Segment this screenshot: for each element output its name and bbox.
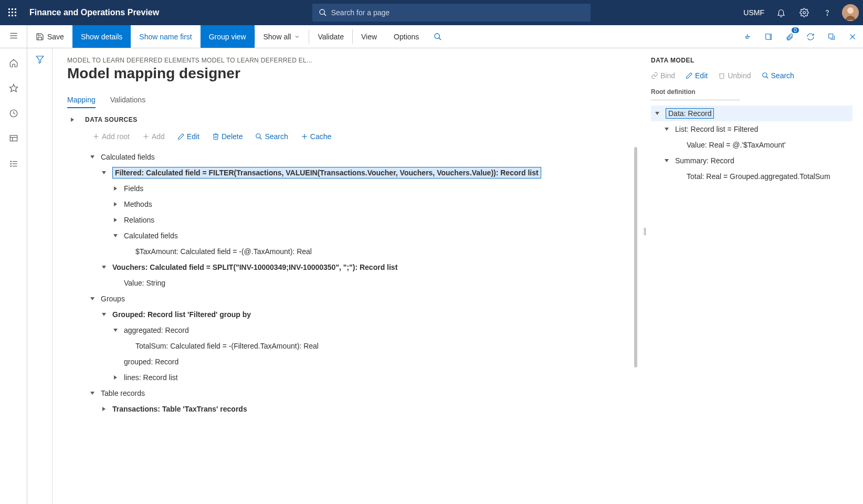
svg-point-11 — [803, 12, 806, 14]
refresh-icon[interactable] — [800, 25, 821, 48]
svg-point-12 — [827, 15, 827, 15]
tree-node-calc-fields-inner[interactable]: Calculated fields — [111, 228, 626, 244]
tab-validations[interactable]: Validations — [110, 92, 145, 108]
company-label[interactable]: USMF — [743, 8, 764, 17]
dm-search-button[interactable]: Search — [762, 71, 794, 80]
expand-icon[interactable] — [737, 25, 758, 48]
view-button[interactable]: View — [353, 25, 385, 48]
ds-search-button[interactable]: Search — [255, 132, 288, 141]
tree-node-aggregated[interactable]: aggregated: Record — [111, 322, 626, 338]
options-button[interactable]: Options — [385, 25, 427, 48]
filter-icon[interactable] — [35, 55, 45, 504]
add-button[interactable]: Add — [142, 132, 165, 141]
tree-node-vouchers[interactable]: Vouchers: Calculated field = SPLIT("INV-… — [100, 259, 626, 275]
help-icon[interactable] — [817, 2, 838, 23]
svg-line-58 — [766, 77, 768, 79]
dm-node-total[interactable]: Total: Real = Grouped.aggregated.TotalSu… — [674, 169, 853, 184]
cache-button[interactable]: Cache — [301, 132, 331, 141]
search-input[interactable]: Search for a page — [312, 4, 591, 22]
tab-mapping[interactable]: Mapping — [67, 92, 96, 108]
svg-marker-51 — [90, 297, 94, 300]
home-icon[interactable] — [3, 52, 24, 74]
tree-node-fields[interactable]: Fields — [111, 181, 626, 196]
scrollbar[interactable] — [634, 147, 637, 368]
workspace-icon[interactable] — [3, 128, 24, 149]
validate-button[interactable]: Validate — [309, 25, 352, 48]
add-root-button[interactable]: Add root — [92, 132, 130, 141]
svg-point-28 — [10, 161, 12, 162]
tree-node-table-records[interactable]: Table records — [88, 385, 626, 401]
svg-marker-54 — [114, 375, 117, 380]
gear-icon[interactable] — [794, 2, 815, 23]
bell-icon[interactable] — [771, 2, 792, 23]
breadcrumb: MODEL TO LEARN DEFERRED ELEMENTS MODEL T… — [67, 57, 640, 64]
delete-button[interactable]: Delete — [212, 132, 243, 141]
show-details-button[interactable]: Show details — [72, 25, 131, 48]
show-all-dropdown[interactable]: Show all — [255, 25, 309, 48]
svg-marker-47 — [114, 202, 117, 206]
svg-rect-5 — [15, 12, 16, 13]
find-icon[interactable] — [427, 25, 448, 48]
waffle-icon[interactable] — [4, 4, 21, 21]
tree-node-lines[interactable]: lines: Record list — [111, 370, 626, 385]
tree-node-totalsum[interactable]: TotalSum: Calculated field = -(Filtered.… — [123, 338, 626, 354]
attach-icon[interactable]: 0 — [779, 25, 800, 48]
tree-node-grouped[interactable]: Grouped: Record list 'Filtered' group by — [100, 307, 626, 322]
page-title: Model mapping designer — [67, 65, 640, 82]
svg-marker-56 — [102, 407, 106, 411]
svg-rect-8 — [15, 15, 16, 16]
svg-rect-2 — [15, 8, 16, 10]
svg-point-9 — [320, 9, 324, 14]
tree-node-relations[interactable]: Relations — [111, 212, 626, 228]
clock-icon[interactable] — [3, 103, 24, 124]
svg-point-30 — [10, 163, 12, 164]
dm-node-summary[interactable]: Summary: Record — [662, 153, 853, 169]
popout-icon[interactable] — [821, 25, 842, 48]
close-icon[interactable] — [842, 25, 863, 48]
tree-node-grouped-record[interactable]: grouped: Record — [111, 354, 626, 370]
tree-node-transactions[interactable]: Transactions: Table 'TaxTrans' records — [100, 401, 626, 417]
svg-rect-25 — [10, 135, 17, 141]
svg-line-10 — [324, 14, 326, 16]
bind-button[interactable]: Bind — [651, 71, 675, 80]
svg-marker-44 — [90, 155, 94, 159]
svg-marker-35 — [71, 118, 74, 122]
svg-marker-23 — [9, 85, 17, 92]
tree-node-groups[interactable]: Groups — [88, 291, 626, 307]
avatar[interactable] — [842, 4, 859, 21]
dm-node-list[interactable]: List: Record list = Filtered — [662, 121, 853, 137]
menu-icon[interactable] — [9, 31, 18, 42]
svg-marker-61 — [665, 159, 669, 162]
tree-node-filtered[interactable]: Filtered: Calculated field = FILTER(Tran… — [100, 165, 626, 181]
tree-node-value-string[interactable]: Value: String — [111, 275, 626, 291]
modules-icon[interactable] — [3, 153, 24, 174]
svg-marker-60 — [665, 128, 669, 131]
attach-badge: 0 — [792, 27, 799, 33]
svg-rect-0 — [8, 8, 10, 10]
svg-point-32 — [10, 166, 12, 167]
svg-marker-49 — [113, 234, 118, 237]
svg-point-40 — [256, 134, 260, 138]
tree-node-tax-amount[interactable]: $TaxAmount: Calculated field = -(@.TaxAm… — [123, 244, 626, 259]
resizer[interactable]: ‖ — [640, 48, 649, 504]
svg-rect-4 — [12, 12, 13, 13]
show-name-first-button[interactable]: Show name first — [131, 25, 200, 48]
root-definition-label: Root definition — [651, 88, 853, 96]
star-icon[interactable] — [3, 78, 24, 99]
expand-right-icon[interactable] — [67, 114, 78, 125]
edit-button[interactable]: Edit — [177, 132, 199, 141]
dm-node-data[interactable]: Data: Record — [651, 106, 853, 121]
tree-node-calculated-fields[interactable]: Calculated fields — [88, 149, 626, 165]
svg-marker-53 — [113, 329, 118, 332]
svg-rect-6 — [8, 15, 10, 16]
svg-marker-59 — [655, 112, 659, 115]
tree-node-methods[interactable]: Methods — [111, 196, 626, 212]
group-view-button[interactable]: Group view — [201, 25, 255, 48]
dm-edit-button[interactable]: Edit — [686, 71, 708, 80]
svg-rect-7 — [12, 15, 13, 16]
dm-node-value[interactable]: Value: Real = @.'$TaxAmount' — [674, 137, 853, 153]
save-button[interactable]: Save — [27, 25, 72, 48]
svg-marker-50 — [102, 266, 106, 269]
unbind-button[interactable]: Unbind — [718, 71, 751, 80]
book-icon[interactable] — [758, 25, 779, 48]
